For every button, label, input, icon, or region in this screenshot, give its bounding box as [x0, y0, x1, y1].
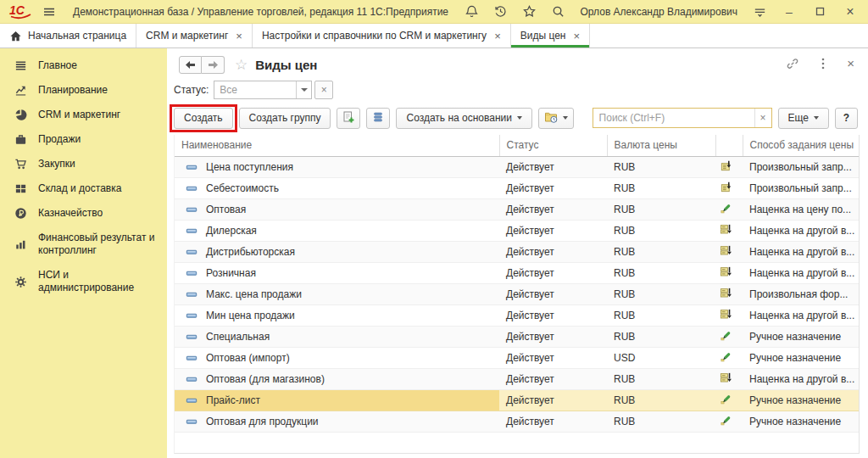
table-row[interactable]: Специальная Действует RUB Ручное назначе… — [175, 326, 859, 347]
tab[interactable]: CRM и маркетинг × — [136, 24, 253, 47]
more-actions-button[interactable]: Еще — [778, 108, 829, 129]
sidebar-item-label: Финансовый результат и контроллинг — [38, 232, 159, 257]
column-header-currency[interactable]: Валюта цены — [607, 135, 715, 156]
table-row[interactable]: Оптовая для продукции Действует RUB Ручн… — [175, 411, 859, 432]
table-row[interactable]: Оптовая (для магазинов) Действует RUB На… — [175, 368, 859, 389]
status-filter-combobox[interactable]: Все — [214, 81, 312, 99]
forward-button[interactable] — [202, 56, 225, 74]
price-type-name: Дилерская — [206, 225, 257, 237]
sidebar-item[interactable]: CRM и маркетинг — [0, 103, 167, 127]
grid-arrow-icon — [719, 287, 732, 299]
minimize-button[interactable]: – — [780, 3, 798, 20]
sidebar-item[interactable]: Планирование — [0, 78, 167, 103]
status-filter-value[interactable]: Все — [214, 81, 296, 98]
price-type-status: Действует — [499, 368, 607, 389]
price-type-currency: RUB — [607, 241, 715, 262]
price-type-status: Действует — [499, 283, 607, 304]
help-button[interactable]: ? — [835, 108, 858, 129]
sidebar-item[interactable]: Главное — [0, 53, 167, 78]
table-row[interactable]: Прайс-лист Действует RUB Ручное назначен… — [175, 389, 859, 411]
add-to-favorites-star-icon[interactable]: ☆ — [235, 56, 248, 74]
tab[interactable]: Начальная страница × — [0, 24, 136, 47]
tab-close-icon[interactable]: × — [573, 30, 580, 42]
price-type-method: Наценка на другой в... — [743, 304, 859, 326]
price-type-status: Действует — [499, 241, 607, 262]
price-type-currency: RUB — [607, 198, 715, 220]
price-type-currency: RUB — [607, 283, 715, 304]
price-type-method: Ручное назначение — [743, 411, 859, 432]
favorites-star-icon[interactable] — [520, 3, 537, 20]
reports-dropdown-button[interactable] — [538, 108, 574, 129]
tab[interactable]: Настройки и справочники по CRM и маркети… — [253, 24, 511, 47]
price-type-method: Наценка на другой в... — [743, 262, 859, 283]
table-row[interactable]: Мин цена продажи Действует RUB Наценка н… — [175, 304, 859, 326]
notifications-bell-icon[interactable] — [463, 3, 480, 20]
close-window-button[interactable]: × — [841, 3, 860, 20]
price-type-currency: RUB — [607, 156, 715, 177]
price-types-table: Наименование Статус Валюта цены Способ з… — [174, 135, 860, 454]
tab[interactable]: Виды цен × — [511, 24, 590, 47]
price-type-name: Дистрибьюторская — [206, 246, 295, 258]
price-type-name: Оптовая (импорт) — [206, 352, 290, 364]
doc-arrow-icon — [719, 181, 732, 193]
copy-item-button[interactable] — [337, 108, 360, 129]
table-row[interactable]: Цена поступления Действует RUB Произволь… — [175, 156, 859, 177]
table-row[interactable]: Оптовая Действует RUB Наценка на цену по… — [175, 198, 859, 220]
window-title: Демонстрационная база / Управление торго… — [73, 6, 448, 18]
grid-arrow-icon — [719, 308, 732, 321]
price-type-name: Специальная — [206, 331, 270, 343]
sidebar-item[interactable]: Продажи — [0, 127, 167, 152]
sidebar-item[interactable]: Закупки — [0, 152, 167, 176]
main-menu-icon[interactable] — [41, 3, 58, 20]
doc-arrow-icon — [719, 159, 732, 172]
price-type-name: Оптовая — [206, 204, 246, 215]
sections-sidebar: Главное Планирование CRM и маркетинг Про… — [0, 48, 167, 458]
create-group-button[interactable]: Создать группу — [239, 108, 331, 129]
table-row[interactable]: Розничная Действует RUB Наценка на друго… — [175, 262, 859, 283]
tab-close-icon[interactable]: × — [236, 30, 242, 42]
tab-label: Настройки и справочники по CRM и маркети… — [262, 30, 487, 42]
more-menu-icon[interactable] — [818, 57, 828, 70]
column-header-name[interactable]: Наименование — [175, 135, 499, 156]
form-header: ☆ Виды цен × — [167, 53, 868, 76]
close-form-icon[interactable]: × — [847, 56, 854, 70]
maximize-button[interactable] — [810, 3, 829, 20]
history-icon[interactable] — [492, 3, 509, 20]
create-based-on-button[interactable]: Создать на основании — [396, 108, 532, 129]
create-button[interactable]: Создать — [174, 108, 233, 129]
current-user-name[interactable]: Орлов Александр Владимирович — [580, 6, 737, 18]
sidebar-item[interactable]: НСИ и администрирование — [0, 263, 167, 300]
table-row[interactable]: Дистрибьюторская Действует RUB Наценка н… — [175, 241, 859, 262]
search-input[interactable] — [593, 112, 754, 124]
column-header-method[interactable]: Способ задания цены — [743, 135, 859, 156]
price-type-name: Макс. цена продажи — [206, 288, 302, 300]
bars-icon — [14, 238, 27, 251]
global-search-icon[interactable] — [549, 3, 566, 20]
back-button[interactable] — [179, 56, 202, 74]
sidebar-item[interactable]: Финансовый результат и контроллинг — [0, 226, 167, 263]
service-menu-icon[interactable] — [751, 3, 768, 20]
briefcase-icon — [14, 133, 27, 146]
dash-icon — [185, 225, 198, 237]
sidebar-item-label: Продажи — [38, 133, 81, 146]
sidebar-item[interactable]: Склад и доставка — [0, 176, 167, 201]
price-type-status: Действует — [499, 304, 607, 326]
table-row[interactable]: Оптовая (импорт) Действует USD Ручное на… — [175, 347, 859, 368]
pie-icon — [14, 109, 27, 121]
table-row[interactable]: Макс. цена продажи Действует RUB Произво… — [175, 283, 859, 304]
table-row[interactable]: Дилерская Действует RUB Наценка на друго… — [175, 220, 859, 241]
grid-arrow-icon — [719, 223, 732, 236]
search-clear-icon[interactable]: × — [754, 109, 771, 127]
list-view-button[interactable] — [366, 108, 390, 129]
tab-close-icon[interactable]: × — [494, 30, 501, 42]
sidebar-item[interactable]: Казначейство — [0, 201, 167, 226]
table-row[interactable]: Себестоимость Действует RUB Произвольный… — [175, 177, 859, 198]
status-filter-dropdown-icon[interactable] — [296, 81, 311, 98]
column-header-icon[interactable] — [715, 135, 743, 156]
price-type-method: Наценка на другой в... — [743, 241, 859, 262]
status-filter-clear-button[interactable]: × — [314, 81, 333, 99]
column-header-status[interactable]: Статус — [499, 135, 607, 156]
sidebar-item-label: Казначейство — [38, 207, 103, 220]
get-link-icon[interactable] — [786, 57, 799, 70]
grid-arrow-icon — [719, 244, 732, 257]
